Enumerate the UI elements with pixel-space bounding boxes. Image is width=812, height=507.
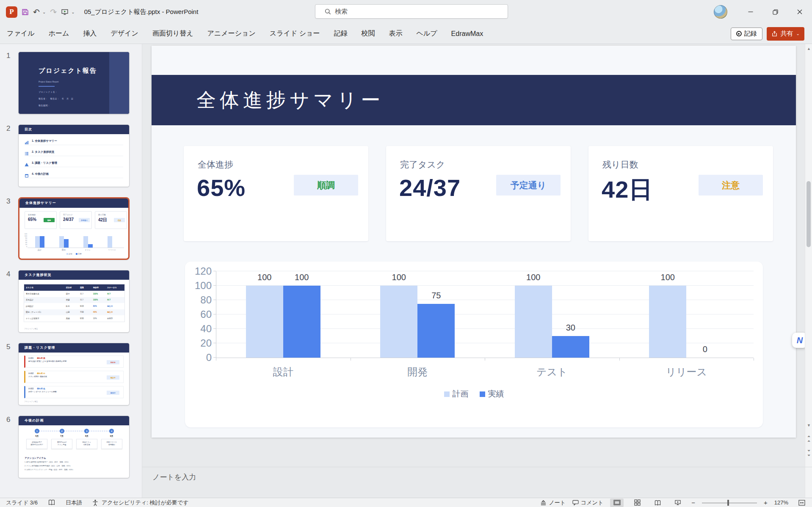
ribbon-tab-4[interactable]: 画面切り替え bbox=[152, 29, 193, 38]
notes-icon bbox=[540, 500, 547, 506]
current-slide[interactable]: 全体進捗サマリー 全体進捗 65% 順調 完了タスク 24/37 予定通り 残り… bbox=[152, 46, 796, 438]
zoom-in-button[interactable]: + bbox=[764, 499, 768, 506]
customize-qat-button[interactable]: ⌄ bbox=[71, 10, 75, 14]
previous-slide-button[interactable]: ⏶⏶ bbox=[805, 434, 812, 444]
menubar-right: 記録 共有 ⌄ bbox=[731, 27, 812, 41]
category-label: テスト bbox=[518, 365, 586, 379]
mini-table-cell: 鈴木 bbox=[64, 305, 78, 307]
slide-thumbnail-4[interactable]: タスク進捗状況タスク名担当者期限進捗率ステータス要件定義書作成田中完了100%完… bbox=[18, 270, 130, 333]
mini-legend-item: 実績 bbox=[76, 253, 82, 255]
ribbon-tab-1[interactable]: ホーム bbox=[49, 29, 69, 38]
bar-value-label: 30 bbox=[552, 323, 589, 333]
zoom-out-button[interactable]: − bbox=[691, 499, 695, 506]
ribbon-tab-11[interactable]: EdrawMax bbox=[451, 30, 483, 38]
mini-milestone: 16月詳細設計完了開発Phase1完了 bbox=[25, 429, 50, 449]
search-box[interactable]: 検索 bbox=[315, 4, 508, 19]
scroll-down-icon[interactable]: ▼ bbox=[805, 423, 812, 427]
ribbon-tab-10[interactable]: ヘルプ bbox=[416, 29, 437, 38]
slide-title-banner[interactable]: 全体進捗サマリー bbox=[152, 75, 796, 125]
mini-table-header: タスク名担当者期限進捗率ステータス bbox=[24, 284, 124, 291]
mini-milestone: 38月総合テストUAT実施 bbox=[75, 429, 99, 449]
slide-thumbnail-6[interactable]: 今後の計画16月詳細設計完了開発Phase1完了27月開発Phase2テスト準備… bbox=[18, 416, 130, 478]
ribbon-tab-7[interactable]: 記録 bbox=[334, 29, 347, 38]
toc-item: 3. 課題・リスク管理 bbox=[25, 159, 123, 167]
legend-label: 実績 bbox=[488, 389, 504, 400]
slide-number-6: 6 bbox=[0, 416, 18, 478]
slide-thumbnail-5[interactable]: 課題・リスク管理A-001優先度:高API仕様の変更による 影響範囲の再調査が必… bbox=[18, 343, 130, 405]
vertical-scrollbar[interactable]: ▲ ▼ ⏶⏶ ⏷⏷ bbox=[805, 44, 812, 498]
notes-toggle[interactable]: ノート bbox=[540, 499, 566, 507]
kpi-card-days-left[interactable]: 残り日数 42日 注意 bbox=[588, 146, 773, 241]
start-slideshow-button[interactable] bbox=[61, 8, 69, 16]
share-button[interactable]: 共有 ⌄ bbox=[767, 27, 804, 41]
risk-status-badge: 対応中 bbox=[107, 360, 119, 364]
warning-icon bbox=[25, 161, 29, 165]
thumb-footer-text: プロジェクト報告 bbox=[24, 400, 38, 402]
user-avatar[interactable] bbox=[714, 5, 727, 19]
toc-item-text: 2. タスク進捗状況 bbox=[32, 150, 54, 154]
mini-table-cell: 40% bbox=[91, 311, 105, 313]
slide-thumbnail-2[interactable]: 目次1. 全体進捗サマリー2. タスク進捗状況3. 課題・リスク管理4. 今後の… bbox=[18, 124, 130, 187]
maximize-button[interactable] bbox=[763, 0, 787, 24]
slide-thumbnail-3[interactable]: 全体進捗サマリー全体進捗65%順調完了タスク24/37予定通り残り日数42日注意… bbox=[18, 197, 130, 260]
timeline-connector bbox=[87, 431, 112, 431]
mini-bar bbox=[40, 236, 44, 248]
fit-to-window-button[interactable] bbox=[795, 499, 809, 507]
toc-item: 4. 今後の計画 bbox=[25, 170, 123, 178]
mini-category-label: 開発 bbox=[62, 249, 66, 251]
ribbon-tab-3[interactable]: デザイン bbox=[110, 29, 138, 38]
slide-indicator[interactable]: スライド 3/6 bbox=[6, 499, 38, 507]
toc-item-text: 3. 課題・リスク管理 bbox=[32, 161, 57, 165]
powerpoint-app-icon[interactable]: P bbox=[6, 6, 17, 18]
progress-bar-chart[interactable]: 020406080100120100100設計10075開発10030テスト10… bbox=[185, 262, 763, 427]
mini-risk-top: A-001優先度:高 bbox=[28, 357, 123, 359]
milestone-number: 2 bbox=[60, 429, 64, 433]
normal-view-button[interactable] bbox=[610, 499, 624, 507]
mini-kpi-card: 残り日数42日注意 bbox=[95, 211, 127, 229]
record-button[interactable]: 記録 bbox=[731, 28, 762, 40]
search-icon bbox=[325, 8, 331, 15]
mini-kpi-label: 完了タスク bbox=[63, 214, 91, 216]
ribbon-tab-0[interactable]: ファイル bbox=[7, 29, 35, 38]
thumb-slide-header: 課題・リスク管理 bbox=[19, 343, 129, 353]
ribbon-tab-9[interactable]: 表示 bbox=[389, 29, 402, 38]
mini-bars bbox=[100, 236, 124, 248]
search-placeholder: 検索 bbox=[335, 8, 348, 16]
kpi-card-tasks[interactable]: 完了タスク 24/37 予定通り bbox=[386, 146, 571, 241]
status-badge: 注意 bbox=[699, 175, 763, 196]
spellcheck-icon[interactable] bbox=[48, 499, 55, 506]
accessibility-status[interactable]: アクセシビリティ: 検討が必要です bbox=[92, 499, 189, 507]
scrollbar-thumb[interactable] bbox=[806, 181, 811, 247]
language-indicator[interactable]: 日本語 bbox=[66, 499, 82, 507]
risk-priority: 優先度:高 bbox=[37, 357, 45, 359]
bar-value-label: 100 bbox=[380, 273, 417, 282]
ribbon-tab-6[interactable]: スライド ショー bbox=[270, 29, 320, 38]
legend-swatch bbox=[444, 391, 450, 397]
scroll-up-icon[interactable]: ▲ bbox=[805, 47, 812, 51]
next-slide-button[interactable]: ⏷⏷ bbox=[805, 449, 812, 458]
undo-dropdown-chevron[interactable]: ⌄ bbox=[42, 10, 46, 14]
kpi-card-progress[interactable]: 全体進捗 65% 順調 bbox=[184, 146, 368, 241]
zoom-level[interactable]: 127% bbox=[774, 499, 788, 506]
minimize-button[interactable] bbox=[738, 0, 763, 24]
ribbon-tab-8[interactable]: 校閲 bbox=[361, 29, 375, 38]
save-button[interactable] bbox=[22, 8, 29, 16]
kpi-value: 24/37 bbox=[399, 174, 461, 201]
ribbon-tab-5[interactable]: アニメーション bbox=[207, 29, 256, 38]
undo-button[interactable]: ↶ bbox=[33, 7, 40, 17]
mini-legend-item: 計画 bbox=[66, 253, 72, 255]
comments-toggle[interactable]: コメント bbox=[572, 499, 603, 507]
mini-bar bbox=[59, 236, 64, 248]
zoom-slider[interactable] bbox=[702, 500, 757, 506]
mini-table-header-cell: 担当者 bbox=[64, 287, 78, 289]
redo-button[interactable]: ↷ bbox=[50, 7, 57, 17]
reading-view-button[interactable] bbox=[651, 499, 664, 507]
close-button[interactable] bbox=[787, 0, 812, 24]
slideshow-view-button[interactable] bbox=[671, 499, 685, 507]
slide-thumbnail-1[interactable]: プロジェクト報告Project Status Reportプロジェクト名：報告者… bbox=[18, 52, 130, 114]
notes-input[interactable]: ノートを入力 bbox=[152, 472, 196, 482]
slide-sorter-view-button[interactable] bbox=[630, 499, 644, 507]
zoom-slider-thumb[interactable] bbox=[727, 500, 729, 506]
ribbon-tab-2[interactable]: 挿入 bbox=[83, 29, 97, 38]
notes-splitter[interactable] bbox=[142, 467, 812, 467]
